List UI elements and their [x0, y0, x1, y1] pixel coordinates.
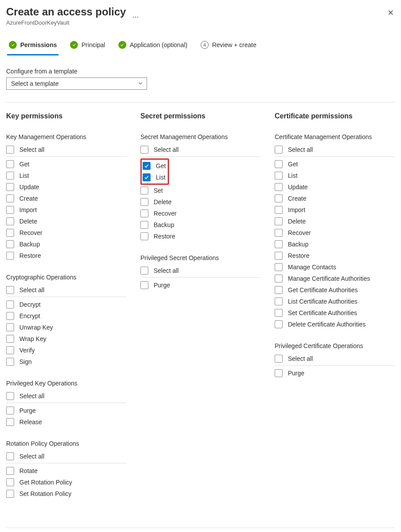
checkbox[interactable]	[6, 286, 14, 294]
chevron-down-icon	[138, 80, 143, 87]
checkbox[interactable]	[275, 309, 283, 317]
checkbox[interactable]	[143, 162, 151, 170]
permission-label: Select all	[19, 286, 44, 294]
secret-permissions-column: Secret permissions Secret Management Ope…	[140, 112, 261, 303]
permission-label: Update	[19, 183, 39, 191]
checkbox[interactable]	[6, 392, 14, 400]
permission-label: Create	[19, 195, 38, 202]
permission-row-select-all: Select all	[6, 144, 126, 157]
checkbox[interactable]	[275, 194, 283, 202]
checkbox[interactable]	[275, 369, 283, 377]
checkbox[interactable]	[6, 172, 14, 180]
checkbox[interactable]	[6, 467, 14, 475]
permission-group: Secret Management OperationsSelect allGe…	[140, 133, 261, 242]
checkbox[interactable]	[6, 252, 14, 260]
certificate-permissions-title: Certificate permissions	[275, 112, 395, 120]
permission-row-sign: Sign	[6, 356, 126, 367]
certificate-permissions-column: Certificate permissions Certificate Mana…	[275, 112, 395, 391]
checkbox[interactable]	[140, 267, 148, 275]
step-label: Review + create	[212, 41, 257, 48]
checkbox[interactable]	[140, 209, 148, 217]
permission-row-wrap-key: Wrap Key	[6, 333, 126, 345]
permission-label: Delete	[19, 218, 37, 225]
secret-permissions-title: Secret permissions	[140, 112, 261, 120]
checkbox[interactable]	[6, 490, 14, 498]
checkbox[interactable]	[6, 301, 14, 308]
checkbox[interactable]	[6, 478, 14, 486]
checkbox[interactable]	[6, 335, 14, 343]
wizard-step-2[interactable]: Principal	[68, 37, 107, 55]
checkbox[interactable]	[6, 160, 14, 168]
checkbox[interactable]	[6, 183, 14, 191]
group-title: Certificate Management Operations	[275, 133, 395, 140]
checkbox[interactable]	[6, 206, 14, 214]
checkbox[interactable]	[275, 286, 283, 294]
permission-label: Unwrap Key	[19, 324, 53, 331]
check-circle-icon	[70, 41, 78, 49]
checkbox[interactable]	[140, 232, 148, 240]
permission-label: Rotate	[19, 467, 37, 474]
checkbox[interactable]	[6, 312, 14, 320]
permission-label: Purge	[19, 407, 36, 414]
permission-label: Sign	[19, 358, 32, 365]
checkbox[interactable]	[6, 146, 14, 154]
checkbox[interactable]	[6, 452, 14, 460]
checkbox[interactable]	[6, 240, 14, 248]
wizard-step-4[interactable]: 4Review + create	[199, 37, 258, 55]
permission-row-purge: Purge	[140, 279, 261, 291]
permission-row-backup: Backup	[275, 238, 395, 250]
permission-label: Get	[288, 161, 298, 168]
checkbox[interactable]	[275, 183, 283, 191]
checkbox[interactable]	[6, 194, 14, 202]
close-icon[interactable]: ✕	[387, 5, 395, 18]
permission-label: Purge	[154, 282, 170, 289]
permission-row-restore: Restore	[6, 250, 126, 261]
checkbox[interactable]	[275, 355, 283, 363]
checkbox[interactable]	[275, 160, 283, 168]
checkbox[interactable]	[140, 198, 148, 206]
wizard-step-1[interactable]: Permissions	[7, 37, 59, 55]
checkbox[interactable]	[140, 281, 148, 289]
checkbox[interactable]	[140, 221, 148, 229]
permission-label: Select all	[19, 453, 44, 460]
checkbox[interactable]	[6, 323, 14, 331]
permission-label: Select all	[288, 355, 313, 362]
permission-label: Backup	[19, 241, 40, 248]
permission-row-select-all: Select all	[6, 390, 126, 403]
permission-label: Import	[19, 206, 37, 213]
checkbox[interactable]	[275, 263, 283, 271]
checkbox[interactable]	[275, 229, 283, 237]
checkbox[interactable]	[143, 173, 151, 181]
permission-label: Backup	[288, 241, 309, 248]
checkbox[interactable]	[275, 217, 283, 225]
checkbox[interactable]	[140, 187, 148, 194]
template-select[interactable]: Select a template	[6, 77, 147, 90]
wizard-steps: PermissionsPrincipalApplication (optiona…	[7, 37, 395, 55]
wizard-step-3[interactable]: Application (optional)	[117, 37, 189, 55]
checkbox[interactable]	[6, 229, 14, 237]
permission-row-set-certificate-authorities: Set Certificate Authorities	[275, 307, 395, 319]
checkbox[interactable]	[275, 240, 283, 248]
permission-label: List	[288, 172, 298, 179]
checkbox[interactable]	[6, 358, 14, 366]
checkbox[interactable]	[6, 346, 14, 354]
step-number-icon: 4	[201, 41, 209, 49]
checkbox[interactable]	[275, 172, 283, 180]
step-label: Application (optional)	[130, 41, 188, 48]
permission-label: List	[156, 174, 166, 181]
checkbox[interactable]	[275, 206, 283, 214]
checkbox[interactable]	[140, 146, 148, 154]
key-permissions-column: Key permissions Key Management Operation…	[6, 112, 126, 512]
checkbox[interactable]	[6, 418, 14, 426]
checkbox[interactable]	[275, 252, 283, 260]
checkbox[interactable]	[6, 407, 14, 415]
checkbox[interactable]	[275, 146, 283, 154]
checkbox[interactable]	[275, 297, 283, 305]
checkbox[interactable]	[275, 275, 283, 283]
checkbox[interactable]	[6, 217, 14, 225]
permission-row-delete-certificate-authorities: Delete Certificate Authorities	[275, 319, 395, 330]
more-icon[interactable]: ···	[129, 10, 141, 23]
checkbox[interactable]	[275, 320, 283, 328]
group-title: Privileged Secret Operations	[140, 254, 261, 261]
permission-row-list: List	[143, 172, 166, 183]
